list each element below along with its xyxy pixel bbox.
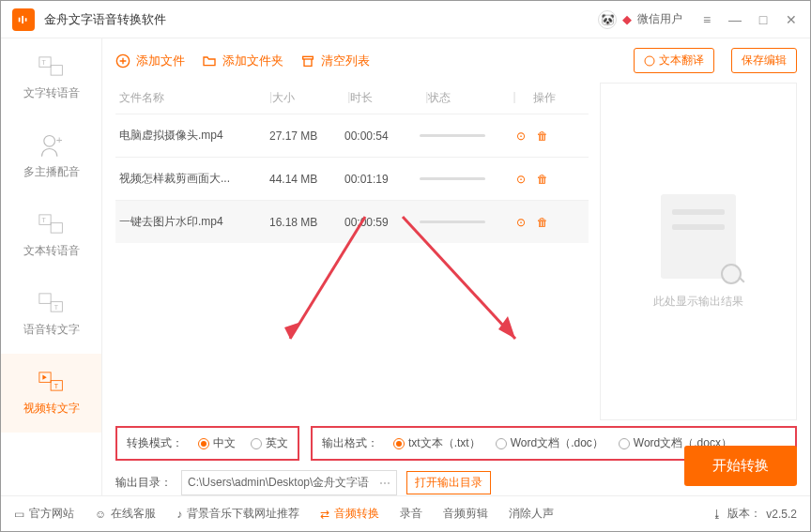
svg-text:T: T [54, 383, 58, 389]
content-row: 文件名称| 大小| 时长| 状态| 操作 电脑虚拟摄像头.mp4 27.17 M… [115, 83, 797, 420]
sidebar-item-label: 多主播配音 [23, 164, 80, 180]
maximize-button[interactable]: □ [756, 12, 771, 27]
user-area[interactable]: 🐼 ◆ 微信用户 [598, 10, 682, 29]
open-dir-button[interactable]: 打开输出目录 [406, 471, 491, 494]
svg-marker-24 [498, 316, 515, 339]
footer-support[interactable]: ☺在线客服 [95, 506, 156, 522]
svg-marker-15 [42, 375, 46, 380]
radio-mode-en[interactable]: 英文 [251, 435, 288, 451]
th-status: 状态 [428, 90, 513, 106]
svg-marker-22 [284, 322, 301, 339]
svg-point-6 [43, 135, 54, 146]
sidebar-item-multi-voice[interactable]: + 多主播配音 [1, 117, 101, 196]
clear-list-button[interactable]: 清空列表 [300, 53, 370, 69]
sidebar-item-text-to-speech[interactable]: T 文本转语音 [1, 196, 101, 275]
radio-mode-zh[interactable]: 中文 [198, 435, 236, 451]
footer-bgm[interactable]: ♪背景音乐下载网址推荐 [176, 506, 299, 522]
sidebar-item-label: 语音转文字 [23, 322, 80, 338]
svg-rect-11 [38, 294, 50, 304]
footer-version[interactable]: ⭳版本：v2.5.2 [712, 506, 797, 522]
cell-ops: ⊙ 🗑 [504, 216, 560, 229]
app-title: 金舟文字语音转换软件 [44, 11, 598, 28]
app-window: 金舟文字语音转换软件 🐼 ◆ 微信用户 ≡ — □ ✕ T 文字转语音 + 多主… [0, 0, 811, 532]
add-folder-button[interactable]: 添加文件夹 [202, 53, 283, 69]
svg-text:T: T [41, 217, 46, 223]
cell-name: 一键去图片水印.mp4 [119, 214, 269, 230]
support-icon: ☺ [95, 508, 106, 521]
window-controls: ≡ — □ ✕ [699, 12, 799, 27]
tts-icon: T [38, 55, 65, 78]
minimize-button[interactable]: — [727, 12, 742, 27]
toolbar: 添加文件 添加文件夹 清空列表 文本翻译 保存编辑 [115, 48, 797, 73]
speech-text-icon: T [38, 292, 65, 314]
cell-name: 电脑虚拟摄像头.mp4 [119, 128, 269, 144]
music-icon: ♪ [176, 508, 182, 521]
document-placeholder-icon [661, 194, 736, 279]
svg-rect-0 [19, 17, 21, 22]
svg-rect-19 [303, 56, 314, 59]
sidebar-item-tts[interactable]: T 文字转语音 [1, 38, 101, 117]
cell-duration: 00:00:54 [344, 129, 420, 143]
delete-icon[interactable]: 🗑 [537, 129, 548, 143]
convert-icon: ⇄ [320, 508, 329, 521]
cell-status [420, 177, 504, 180]
output-preview: 此处显示输出结果 [600, 83, 797, 420]
table-header: 文件名称| 大小| 时长| 状态| 操作 [115, 83, 589, 114]
multi-voice-icon: + [38, 134, 65, 157]
radio-format-doc[interactable]: Word文档（.doc） [496, 435, 604, 451]
cell-name: 视频怎样裁剪画面大... [119, 171, 269, 187]
avatar-icon: 🐼 [598, 10, 617, 29]
dir-input[interactable]: C:\Users\admin\Desktop\金舟文字语 [181, 470, 397, 495]
save-edit-button[interactable]: 保存编辑 [731, 48, 797, 73]
footer-record[interactable]: 录音 [400, 506, 422, 522]
logo-icon [17, 13, 30, 26]
main: 添加文件 添加文件夹 清空列表 文本翻译 保存编辑 [102, 38, 810, 495]
cell-size: 27.17 MB [269, 129, 344, 143]
th-size: 大小 [272, 90, 347, 106]
app-logo [12, 8, 35, 31]
th-duration: 时长 [350, 90, 425, 106]
footer-denoise[interactable]: 消除人声 [509, 506, 554, 522]
start-convert-button[interactable]: 开始转换 [684, 446, 797, 486]
radio-format-txt[interactable]: txt文本（.txt） [393, 435, 481, 451]
table-row[interactable]: 一键去图片水印.mp4 16.18 MB 00:00:59 ⊙ 🗑 [115, 200, 589, 243]
titlebar: 金舟文字语音转换软件 🐼 ◆ 微信用户 ≡ — □ ✕ [1, 1, 810, 38]
svg-rect-1 [22, 15, 23, 23]
clear-icon [300, 53, 315, 68]
svg-rect-5 [51, 66, 62, 76]
delete-icon[interactable]: 🗑 [537, 173, 548, 186]
cell-ops: ⊙ 🗑 [504, 173, 560, 186]
folder-icon [202, 53, 217, 68]
mode-group: 转换模式： 中文 英文 [115, 426, 299, 461]
menu-button[interactable]: ≡ [699, 12, 714, 27]
download-icon: ⭳ [712, 508, 723, 521]
user-name: 微信用户 [637, 11, 682, 27]
play-icon[interactable]: ⊙ [516, 129, 526, 143]
preview-placeholder: 此处显示输出结果 [653, 294, 743, 310]
footer-audio-cut[interactable]: 音频剪辑 [443, 506, 488, 522]
body: T 文字转语音 + 多主播配音 T 文本转语音 T 语音转文字 T 视频转文字 [1, 38, 810, 495]
footer-site[interactable]: ▭官方网站 [14, 506, 74, 522]
cell-duration: 00:01:19 [344, 173, 420, 186]
table-row[interactable]: 视频怎样裁剪画面大... 44.14 MB 00:01:19 ⊙ 🗑 [115, 157, 589, 200]
translate-icon [644, 55, 655, 67]
play-icon[interactable]: ⊙ [516, 216, 526, 229]
format-label: 输出格式： [322, 435, 378, 451]
sidebar-item-speech-to-text[interactable]: T 语音转文字 [1, 275, 101, 354]
sidebar-item-label: 文字转语音 [23, 85, 80, 101]
table-row[interactable]: 电脑虚拟摄像头.mp4 27.17 MB 00:00:54 ⊙ 🗑 [115, 114, 589, 157]
sidebar-item-label: 文本转语音 [23, 243, 80, 259]
cell-status [420, 134, 504, 137]
close-button[interactable]: ✕ [784, 12, 799, 27]
play-icon[interactable]: ⊙ [516, 173, 526, 186]
delete-icon[interactable]: 🗑 [537, 216, 548, 229]
sidebar: T 文字转语音 + 多主播配音 T 文本转语音 T 语音转文字 T 视频转文字 [1, 38, 102, 495]
text-speech-icon: T [38, 213, 65, 236]
th-name: 文件名称 [119, 90, 269, 106]
translate-button[interactable]: 文本翻译 [634, 48, 714, 73]
add-file-button[interactable]: 添加文件 [115, 53, 185, 69]
sidebar-item-video-to-text[interactable]: T 视频转文字 [1, 354, 101, 433]
svg-text:T: T [54, 304, 58, 311]
cell-size: 44.14 MB [269, 173, 344, 186]
footer-audio-convert[interactable]: ⇄音频转换 [320, 506, 379, 522]
